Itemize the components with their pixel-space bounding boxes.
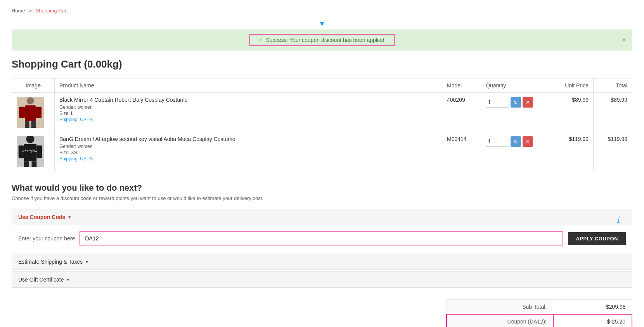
total-2: $119.99 bbox=[594, 132, 632, 171]
remove-item-button-1[interactable]: ✕ bbox=[523, 97, 533, 108]
shipping-panel-title: Estimate Shipping & Taxes bbox=[18, 259, 83, 265]
unit-price-2: $119.99 bbox=[543, 132, 594, 171]
apply-coupon-button[interactable]: APPLY COUPON bbox=[568, 232, 626, 245]
product-gender-1: Gender: women bbox=[59, 104, 437, 110]
product-size-2: Size: XS bbox=[59, 150, 437, 155]
summary-coupon-row: Coupon (DA12): $-25.20 bbox=[447, 314, 632, 327]
summary-table: Sub-Total: $209.98 Coupon (DA12): $-25.2… bbox=[446, 299, 632, 327]
col-image: Image bbox=[12, 78, 55, 93]
coupon-label: Coupon (DA12): bbox=[447, 314, 553, 327]
shipping-panel-header[interactable]: Estimate Shipping & Taxes ▼ bbox=[12, 254, 632, 270]
svg-rect-5 bbox=[25, 121, 29, 128]
product-name-1: Black Mirror 4 Captain Robert Daly Cospl… bbox=[59, 97, 437, 103]
col-product-name: Product Name bbox=[55, 78, 442, 93]
quantity-input-1[interactable] bbox=[486, 97, 509, 108]
page-title: Shopping Cart (0.00kg) bbox=[12, 58, 632, 70]
svg-rect-11 bbox=[36, 146, 42, 158]
product-gender-2: Gender: women bbox=[59, 144, 437, 149]
product-name-2: BanG Dream ! Afterglow second key visual… bbox=[59, 136, 437, 142]
svg-rect-3 bbox=[19, 107, 25, 118]
check-icon: ✓ bbox=[258, 37, 263, 43]
coupon-panel-title: Use Coupon Code bbox=[18, 214, 65, 220]
svg-rect-12 bbox=[24, 162, 29, 167]
total-1: $89.99 bbox=[594, 93, 632, 132]
gift-panel-title: Use Gift Certificate bbox=[18, 277, 64, 283]
svg-rect-13 bbox=[31, 162, 36, 167]
breadcrumb-current: Shopping Cart bbox=[36, 8, 68, 14]
gift-chevron-icon: ▼ bbox=[66, 278, 70, 282]
product-info-1: Black Mirror 4 Captain Robert Daly Cospl… bbox=[55, 93, 442, 132]
success-message: Success: Your coupon discount has been a… bbox=[266, 37, 386, 43]
table-row: Black Mirror 4 Captain Robert Daly Cospl… bbox=[12, 93, 632, 132]
next-section-subtitle: Choose if you have a discount code or re… bbox=[12, 195, 632, 201]
svg-point-1 bbox=[27, 97, 34, 105]
product-shipping-2: Shipping: USPS bbox=[59, 156, 437, 162]
product-qty-cell-1: ↻ ✕ bbox=[481, 93, 543, 132]
coupon-field-label: Enter your coupon here bbox=[18, 235, 75, 242]
gift-panel: Use Gift Certificate ▼ bbox=[12, 271, 632, 288]
coupon-chevron-icon: ▼ bbox=[68, 215, 71, 219]
svg-rect-6 bbox=[31, 121, 36, 128]
coupon-value: $-25.20 bbox=[553, 314, 632, 327]
subtotal-label: Sub-Total: bbox=[447, 300, 553, 315]
svg-rect-2 bbox=[25, 106, 36, 122]
product-image-1 bbox=[17, 97, 44, 128]
col-quantity: Quantity bbox=[481, 78, 543, 93]
product-qty-cell-2: ↻ ✕ bbox=[481, 132, 543, 171]
subtotal-value: $209.98 bbox=[553, 300, 632, 315]
success-banner: ✓ Success: Your coupon discount has been… bbox=[249, 34, 394, 46]
svg-text:Afterglow: Afterglow bbox=[22, 149, 37, 153]
success-banner-wrapper: ✓ Success: Your coupon discount has been… bbox=[12, 30, 632, 50]
breadcrumb-separator: > bbox=[29, 8, 32, 14]
svg-rect-4 bbox=[36, 107, 42, 118]
col-total: Total bbox=[594, 78, 632, 93]
product-image-2: Afterglow bbox=[17, 136, 44, 167]
cart-table: Image Product Name Model Quantity Unit P… bbox=[12, 78, 632, 171]
product-image-cell-2: Afterglow bbox=[12, 132, 55, 171]
product-shipping-1: Shipping: USPS bbox=[59, 117, 437, 122]
col-model: Model bbox=[442, 78, 481, 93]
product-info-2: BanG Dream ! Afterglow second key visual… bbox=[55, 132, 442, 171]
close-banner-button[interactable]: × bbox=[622, 37, 626, 43]
coupon-row: Enter your coupon here APPLY COUPON bbox=[18, 231, 626, 245]
gift-panel-header[interactable]: Use Gift Certificate ▼ bbox=[12, 272, 632, 287]
col-unit-price: Unit Price bbox=[543, 78, 594, 93]
arrow-indicator: ▼ bbox=[12, 20, 632, 28]
breadcrumb: Home > Shopping Cart bbox=[12, 8, 632, 14]
coupon-input[interactable] bbox=[80, 231, 563, 245]
update-qty-button-1[interactable]: ↻ bbox=[511, 97, 521, 108]
table-row: Afterglow BanG Dream ! Afterglow second … bbox=[12, 132, 632, 171]
remove-item-button-2[interactable]: ✕ bbox=[523, 136, 533, 147]
update-qty-button-2[interactable]: ↻ bbox=[511, 136, 521, 147]
shipping-panel: Estimate Shipping & Taxes ▼ bbox=[12, 254, 632, 270]
breadcrumb-home[interactable]: Home bbox=[12, 8, 25, 14]
coupon-panel-header[interactable]: Use Coupon Code ▼ bbox=[12, 209, 632, 225]
coupon-panel: Use Coupon Code ▼ ↓ Enter your coupon he… bbox=[12, 209, 632, 252]
product-model-1: 400209 bbox=[442, 93, 481, 132]
next-section-title: What would you like to do next? bbox=[12, 183, 632, 193]
product-image-cell bbox=[12, 93, 55, 132]
quantity-input-2[interactable] bbox=[486, 136, 509, 147]
summary-section: Sub-Total: $209.98 Coupon (DA12): $-25.2… bbox=[12, 299, 632, 327]
product-model-2: M00414 bbox=[442, 132, 481, 171]
coupon-panel-body: ↓ Enter your coupon here APPLY COUPON bbox=[12, 225, 632, 252]
product-size-1: Size: L bbox=[59, 111, 437, 116]
shipping-chevron-icon: ▼ bbox=[85, 260, 89, 264]
summary-subtotal-row: Sub-Total: $209.98 bbox=[447, 300, 632, 315]
unit-price-1: $89.99 bbox=[543, 93, 594, 132]
